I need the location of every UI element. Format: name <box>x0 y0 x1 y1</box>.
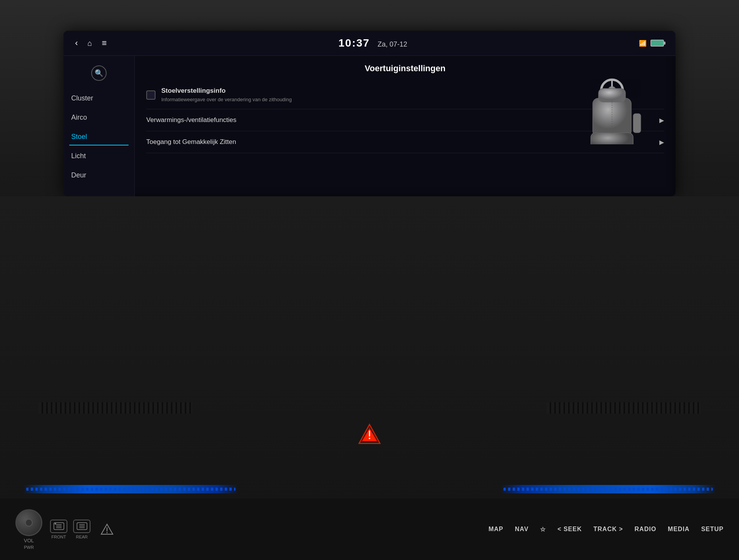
setting-description: Informatieweergave over de verandering v… <box>161 96 292 103</box>
volume-control-area: VOL PWR <box>15 509 42 550</box>
front-heat-icon <box>50 520 67 533</box>
toegang-label: Toegang tot Gemakkelijk Zitten <box>146 138 236 146</box>
svg-rect-8 <box>599 89 625 102</box>
setting-title: Stoelverstellingsinfo <box>161 87 292 95</box>
verwarmings-label: Verwarmings-/ventilatiefuncties <box>146 116 236 124</box>
svg-point-16 <box>369 438 370 439</box>
sidebar-item-airco[interactable]: Airco <box>64 109 134 126</box>
search-icon: 🔍 <box>91 65 107 81</box>
radio-button[interactable]: RADIO <box>635 526 657 533</box>
home-button[interactable]: ⌂ <box>87 39 92 48</box>
hazard-small-button[interactable] <box>100 523 114 535</box>
right-vent-grille <box>547 402 701 414</box>
car-seat-illustration <box>572 64 668 148</box>
screen-header: ‹ ⌂ ≡ 10:37 Za, 07-12 📶 <box>64 31 675 56</box>
search-button[interactable]: 🔍 <box>69 62 129 84</box>
sidebar: 🔍 Cluster Airco Stoel Licht Deur <box>64 56 135 196</box>
sidebar-item-licht[interactable]: Licht <box>64 147 134 165</box>
signal-icon: 📶 <box>639 40 647 47</box>
sidebar-item-deur[interactable]: Deur <box>64 167 134 184</box>
stoelverstellingsinfo-toggle[interactable] <box>146 90 155 100</box>
bottom-controls: VOL PWR FRONT <box>0 498 739 560</box>
right-ambient-light-strip <box>500 485 716 493</box>
heat-controls: FRONT REAR <box>50 520 118 539</box>
nav-button[interactable]: NAV <box>515 526 529 533</box>
sidebar-item-stoel[interactable]: Stoel <box>64 128 134 145</box>
svg-rect-11 <box>633 114 641 133</box>
front-heat-button[interactable]: FRONT <box>50 520 67 539</box>
svg-rect-9 <box>591 133 633 144</box>
rear-heat-label: REAR <box>76 535 88 539</box>
back-button[interactable]: ‹ <box>75 38 78 48</box>
vol-label: VOL <box>24 538 34 543</box>
map-button[interactable]: MAP <box>488 526 503 533</box>
track-forward-button[interactable]: TRACK > <box>594 526 623 533</box>
setting-text-block: Stoelverstellingsinfo Informatieweergave… <box>161 87 292 103</box>
dashboard-physical: VOL PWR FRONT <box>0 196 739 560</box>
clock-date: Za, 07-12 <box>378 40 407 48</box>
media-button[interactable]: MEDIA <box>668 526 690 533</box>
rear-heat-button[interactable]: REAR <box>73 520 90 539</box>
left-ambient-light-strip <box>23 485 239 493</box>
clock-display: 10:37 Za, 07-12 <box>338 37 407 49</box>
nav-buttons: MAP NAV ☆ < SEEK TRACK > RADIO MEDIA SET… <box>488 526 724 533</box>
svg-point-21 <box>55 523 56 525</box>
setup-button[interactable]: SETUP <box>701 526 724 533</box>
svg-point-28 <box>107 532 108 533</box>
favorite-button[interactable]: ☆ <box>540 526 546 533</box>
sidebar-item-cluster[interactable]: Cluster <box>64 90 134 107</box>
status-icons: 📶 <box>639 40 664 47</box>
screen-body: 🔍 Cluster Airco Stoel Licht Deur Voertui… <box>64 56 675 196</box>
hazard-button[interactable] <box>354 420 385 450</box>
volume-knob[interactable] <box>15 509 42 536</box>
seek-back-button[interactable]: < SEEK <box>557 526 582 533</box>
battery-icon <box>650 40 664 47</box>
menu-button[interactable]: ≡ <box>102 38 107 48</box>
infotainment-screen: ‹ ⌂ ≡ 10:37 Za, 07-12 📶 🔍 Cluster Airco <box>64 31 675 196</box>
left-vent-grille <box>38 402 192 414</box>
rear-heat-icon <box>73 520 90 533</box>
front-heat-label: FRONT <box>52 535 66 539</box>
pwr-label: PWR <box>24 545 34 550</box>
clock-time: 10:37 <box>338 37 370 49</box>
header-nav: ‹ ⌂ ≡ <box>75 38 107 48</box>
main-content: Voertuiginstellingen Stoelverstellingsin… <box>135 56 675 196</box>
